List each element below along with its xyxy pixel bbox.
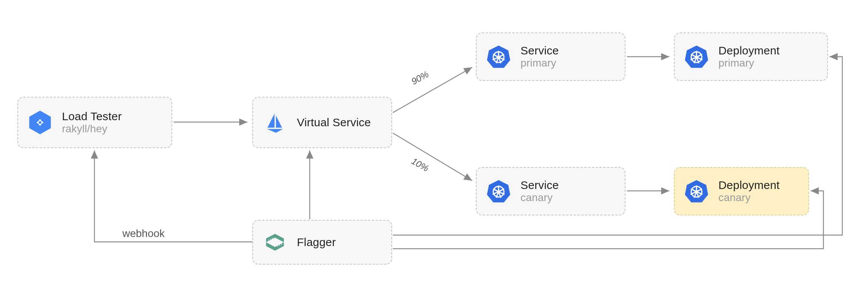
arrow-vs-to-service-primary	[393, 67, 472, 113]
load-tester-sub: rakyll/hey	[62, 123, 122, 135]
kubernetes-helm-icon	[684, 44, 709, 70]
arrow-vs-to-service-canary	[393, 133, 472, 181]
svg-marker-0	[29, 111, 51, 135]
svg-marker-6	[276, 115, 282, 127]
svg-marker-5	[267, 113, 275, 127]
node-deployment-canary: Deployment canary	[674, 167, 809, 215]
node-virtual-service: Virtual Service	[252, 97, 392, 148]
node-deployment-primary: Deployment primary	[674, 33, 828, 81]
node-service-primary: Service primary	[476, 33, 626, 81]
load-tester-title: Load Tester	[62, 110, 122, 123]
label-10pct: 10%	[409, 156, 431, 174]
label-90pct: 90%	[409, 69, 431, 87]
svg-marker-9	[275, 234, 284, 242]
kubernetes-helm-icon	[486, 178, 511, 204]
flagger-title: Flagger	[297, 236, 336, 249]
deployment-canary-title: Deployment	[718, 179, 780, 192]
istio-sailboat-icon	[262, 110, 288, 135]
svg-marker-7	[267, 129, 283, 133]
node-service-canary: Service canary	[476, 167, 626, 215]
node-flagger: Flagger	[252, 220, 392, 265]
deployment-canary-sub: canary	[718, 192, 780, 204]
service-canary-title: Service	[520, 179, 559, 192]
kubernetes-helm-icon	[486, 44, 511, 70]
flagger-icon	[262, 229, 288, 255]
node-load-tester: Load Tester rakyll/hey	[17, 97, 172, 148]
gcp-hex-icon	[27, 110, 53, 135]
virtual-service-title: Virtual Service	[297, 116, 371, 129]
service-canary-sub: canary	[520, 192, 559, 204]
deployment-primary-title: Deployment	[718, 44, 780, 57]
kubernetes-helm-icon	[684, 178, 709, 204]
arrow-flagger-to-loadtester	[94, 150, 253, 242]
service-primary-sub: primary	[520, 57, 559, 69]
label-webhook: webhook	[122, 228, 165, 240]
svg-marker-10	[266, 242, 275, 251]
service-primary-title: Service	[520, 44, 559, 57]
deployment-primary-sub: primary	[718, 57, 780, 69]
